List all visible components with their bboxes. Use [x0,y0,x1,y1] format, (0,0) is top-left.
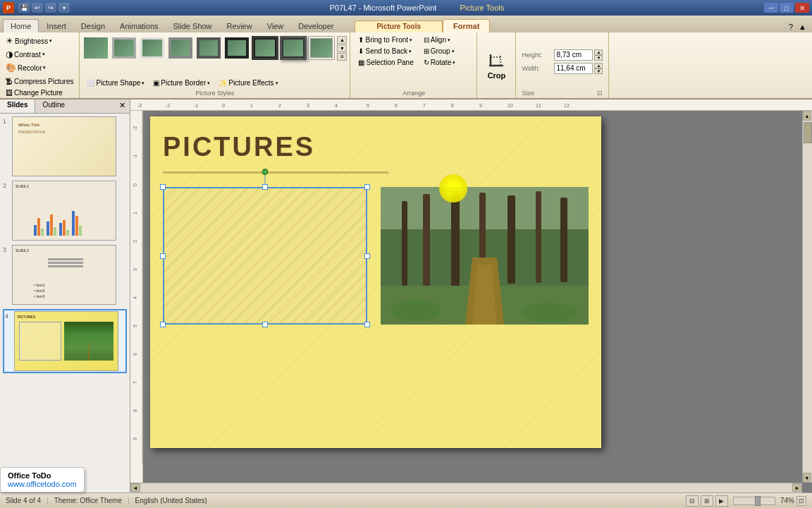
compress-pictures-button[interactable]: 🗜 Compress Pictures [3,76,76,87]
close-panel-button[interactable]: ✕ [115,99,130,113]
tab-insert[interactable]: Insert [39,20,73,32]
tab-home[interactable]: Home [3,19,39,32]
slide-thumb-1[interactable]: White Title PRESENTATION [12,116,116,176]
picture-style-1[interactable] [111,36,137,60]
bring-to-front-button[interactable]: ⬆ Bring to Front ▾ [355,35,417,45]
height-up[interactable]: ▲ [594,49,603,55]
qat-redo[interactable]: ↪ [45,3,56,13]
handle-br[interactable] [364,322,370,327]
brightness-button[interactable]: ☀ Brightness ▾ [3,35,76,47]
group-button[interactable]: ⊞ Group ▾ [420,46,459,56]
scroll-thumb-v[interactable] [804,122,812,143]
outline-tab[interactable]: Outline [35,99,72,113]
handle-tl[interactable] [160,184,166,190]
cursor-indicator [439,174,467,202]
rotate-handle[interactable] [262,169,269,175]
picture-style-7[interactable] [280,36,307,60]
zoom-thumb[interactable] [755,496,761,506]
tab-slideshow[interactable]: Slide Show [166,20,219,32]
tab-developer[interactable]: Developer [291,20,340,32]
slide-thumb-2[interactable]: SLIDE 2 [12,181,116,241]
slide-item[interactable]: 1 White Title PRESENTATION [3,116,127,176]
slide-item-active[interactable]: 4 PICTURES [3,309,127,373]
height-input[interactable] [554,49,593,61]
restore-button[interactable]: □ [780,3,794,13]
picture-effects-button[interactable]: ✨ Picture Effects ▾ [215,78,281,88]
slides-tab[interactable]: Slides [0,99,35,113]
tab-animations[interactable]: Animations [113,20,165,32]
picture-style-0[interactable] [82,36,109,60]
picture-border-button[interactable]: ▣ Picture Border ▾ [149,78,214,88]
view-normal-btn[interactable]: ⊟ [686,495,699,507]
view-sorter-btn[interactable]: ⊞ [701,495,713,507]
tab-format[interactable]: Format [443,19,490,32]
scroll-right-btn[interactable]: ► [792,483,802,492]
change-picture-button[interactable]: 🖼 Change Picture [3,87,76,98]
svg-text:2: 2 [133,240,137,243]
tab-design[interactable]: Design [74,20,112,32]
style-gallery-expand[interactable]: ≡ [337,53,347,61]
handle-bc[interactable] [262,322,268,327]
style-scroll-up[interactable]: ▲ [337,36,347,44]
selection-pane-button[interactable]: ▦ Selection Pane [355,57,417,68]
svg-text:8: 8 [133,409,137,412]
align-button[interactable]: ⊟ Align ▾ [420,35,459,45]
handle-bl[interactable] [160,322,166,327]
view-slideshow-btn[interactable]: ▶ [715,495,728,507]
slide-item[interactable]: 2 SLIDE 2 [3,181,127,241]
tab-view[interactable]: View [260,20,291,32]
v-scrollbar[interactable]: ▲ ▼ [802,111,812,483]
slides-list[interactable]: 1 White Title PRESENTATION 2 SLIDE 2 [0,114,130,492]
handle-tc[interactable] [262,184,268,190]
picture-style-3[interactable] [167,36,194,60]
send-to-back-button[interactable]: ⬇ Send to Back ▾ [355,46,417,56]
width-up[interactable]: ▲ [594,63,603,68]
scroll-up-btn[interactable]: ▲ [803,111,811,121]
width-down[interactable]: ▼ [594,68,603,74]
slide-item[interactable]: 3 SLIDE 3 • Item1 • Item2 • Item3 [3,245,127,305]
placeholder-box[interactable] [163,187,367,325]
minimize-button[interactable]: ─ [764,3,778,13]
handle-tr[interactable] [364,184,370,190]
qat-customize[interactable]: ▾ [59,3,70,13]
qat-save[interactable]: 💾 [18,3,30,13]
slide-thumb-4[interactable]: PICTURES [14,311,118,371]
ribbon-collapse[interactable]: ▲ [796,21,809,32]
qat-undo[interactable]: ↩ [32,3,43,13]
slide-thumb-3[interactable]: SLIDE 3 • Item1 • Item2 • Item3 [12,245,116,305]
height-down[interactable]: ▼ [594,55,603,61]
width-input[interactable] [554,63,593,74]
picture-style-6[interactable] [252,36,278,60]
h-scrollbar[interactable]: ◄ ► [130,483,802,492]
zoom-fit-btn[interactable]: ⊡ [796,496,806,506]
contrast-button[interactable]: ◑ Contrast ▾ [3,48,76,61]
handle-ml[interactable] [160,253,166,259]
bring-front-icon: ⬆ [358,36,364,44]
recolor-button[interactable]: 🎨 Recolor ▾ [3,61,76,74]
handle-mr[interactable] [364,253,370,259]
height-spinner: ▲ ▼ [594,49,603,61]
mini-chart [34,200,82,236]
close-button[interactable]: ✕ [795,3,809,13]
align-arrow: ▾ [448,37,450,43]
scroll-down-btn[interactable]: ▼ [803,473,811,483]
group-arrow: ▾ [452,49,455,54]
picture-style-2[interactable] [139,36,166,60]
picture-style-4[interactable] [195,36,222,60]
ribbon-help[interactable]: ? [786,21,796,32]
zoom-slider[interactable] [733,497,775,505]
picture-style-8[interactable] [308,36,335,60]
size-expand[interactable]: ⊡ [597,90,603,97]
canvas-area[interactable]: -2 -1 0 1 2 3 4 5 6 7 8 9 [130,111,812,492]
style-scroll-down[interactable]: ▼ [337,44,347,52]
svg-text:9: 9 [133,437,137,440]
title-bar-left: P 💾 ↩ ↪ ▾ [3,2,70,13]
rotate-button[interactable]: ↻ Rotate ▾ [420,57,459,68]
crop-button[interactable]: Crop [477,32,516,98]
svg-text:4: 4 [335,103,338,108]
scroll-left-btn[interactable]: ◄ [130,483,140,492]
picture-style-5[interactable] [223,36,250,60]
picture-shape-button[interactable]: ⬜ Picture Shape ▾ [82,78,148,88]
svg-text:3: 3 [307,103,309,108]
tab-review[interactable]: Review [220,20,259,32]
